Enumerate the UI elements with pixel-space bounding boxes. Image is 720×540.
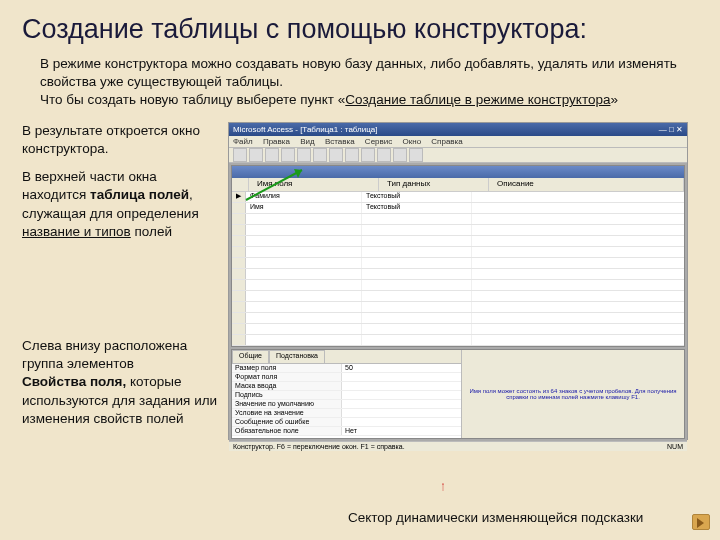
- page-title: Создание таблицы с помощью конструктора:: [22, 14, 698, 45]
- next-slide-icon[interactable]: [692, 514, 710, 530]
- table-row: [232, 324, 684, 335]
- table-row: ИмяТекстовый: [232, 203, 684, 214]
- menubar[interactable]: Файл Правка Вид Вставка Сервис Окно Спра…: [229, 136, 687, 148]
- intro-p2b: »: [610, 92, 618, 107]
- designer-pane: Имя поля Тип данных Описание ▶ФамилияТек…: [231, 165, 685, 347]
- tool-icon[interactable]: [265, 148, 279, 162]
- table-row: [232, 291, 684, 302]
- col-type: Тип данных: [379, 178, 489, 191]
- tool-icon[interactable]: [409, 148, 423, 162]
- property-tabs[interactable]: Общие Подстановка: [232, 350, 461, 363]
- bottom-caption: Сектор динамически изменяющейся подсказк…: [348, 510, 643, 525]
- tool-icon[interactable]: [297, 148, 311, 162]
- table-row: [232, 236, 684, 247]
- table-row: [232, 302, 684, 313]
- tool-icon[interactable]: [393, 148, 407, 162]
- designer-title: [232, 166, 684, 178]
- table-row: [232, 280, 684, 291]
- properties-pane: Общие Подстановка Размер поля50 Формат п…: [231, 349, 685, 439]
- svg-marker-3: [442, 483, 444, 485]
- intro-p2a: Что бы создать новую таблицу выберете пу…: [40, 92, 345, 107]
- toolbar[interactable]: [229, 148, 687, 163]
- left-p3: Слева внизу расположена группа элементов…: [22, 337, 220, 428]
- table-row: [232, 225, 684, 236]
- tool-icon[interactable]: [361, 148, 375, 162]
- tool-icon[interactable]: [345, 148, 359, 162]
- left-column: В результате откроется окно конструктора…: [22, 122, 220, 440]
- grid-body[interactable]: ▶ФамилияТекстовый ИмяТекстовый: [232, 192, 684, 346]
- table-row: [232, 335, 684, 346]
- statusbar: Конструктор. F6 = переключение окон. F1 …: [229, 441, 687, 451]
- tool-icon[interactable]: [377, 148, 391, 162]
- left-p1: В результате откроется окно конструктора…: [22, 122, 220, 158]
- window-controls[interactable]: — □ ✕: [659, 125, 683, 134]
- left-p2: В верхней части окна находится таблица п…: [22, 168, 220, 241]
- tool-icon[interactable]: [281, 148, 295, 162]
- table-row: [232, 313, 684, 324]
- tool-icon[interactable]: [329, 148, 343, 162]
- intro-block: В режиме конструктора можно создавать но…: [22, 55, 698, 110]
- hint-area: Имя поля может состоять из 64 знаков с у…: [462, 350, 684, 438]
- table-row: [232, 269, 684, 280]
- col-name: Имя поля: [249, 178, 379, 191]
- tool-icon[interactable]: [313, 148, 327, 162]
- tool-icon[interactable]: [233, 148, 247, 162]
- intro-p1: В режиме конструктора можно создавать но…: [40, 56, 677, 89]
- tab-lookup[interactable]: Подстановка: [269, 350, 325, 363]
- col-desc: Описание: [489, 178, 684, 191]
- access-window: Microsoft Access - [Таблица1 : таблица] …: [228, 122, 688, 440]
- table-row: ▶ФамилияТекстовый: [232, 192, 684, 203]
- window-title: Microsoft Access - [Таблица1 : таблица]: [233, 125, 377, 134]
- tool-icon[interactable]: [249, 148, 263, 162]
- property-list[interactable]: Размер поля50 Формат поля Маска ввода По…: [232, 363, 461, 438]
- grid-header: Имя поля Тип данных Описание: [232, 178, 684, 192]
- table-row: [232, 247, 684, 258]
- arrow-red-icon: [442, 468, 444, 506]
- table-row: [232, 214, 684, 225]
- titlebar: Microsoft Access - [Таблица1 : таблица] …: [229, 123, 687, 136]
- intro-link: Создание таблице в режиме конструктора: [345, 92, 610, 107]
- table-row: [232, 258, 684, 269]
- tab-general[interactable]: Общие: [232, 350, 269, 363]
